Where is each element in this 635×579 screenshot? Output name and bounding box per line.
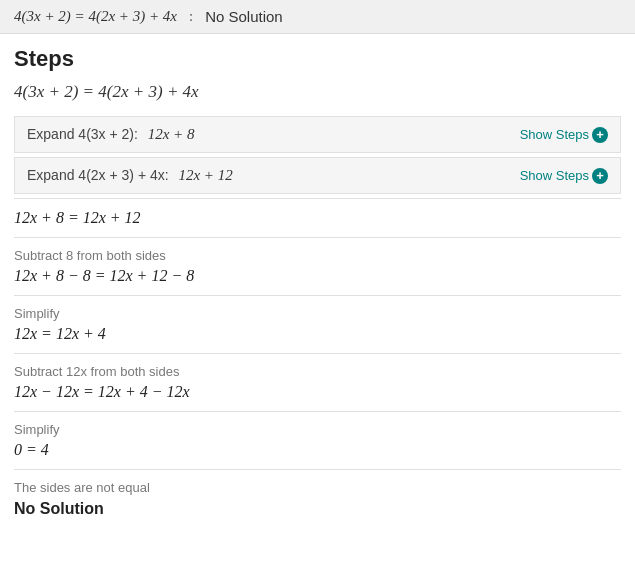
- step-label-3: Simplify: [14, 422, 621, 437]
- step-section-1: Simplify 12x = 12x + 4: [14, 295, 621, 353]
- show-steps-label-1: Show Steps: [520, 127, 589, 142]
- show-steps-plus-icon-2: +: [592, 168, 608, 184]
- step-equation-3: 0 = 4: [14, 441, 621, 459]
- main-equation: 4(3x + 2) = 4(2x + 3) + 4x: [14, 82, 621, 102]
- step-equation-2: 12x − 12x = 12x + 4 − 12x: [14, 383, 621, 401]
- step-label-1: Simplify: [14, 306, 621, 321]
- step-section-0: Subtract 8 from both sides 12x + 8 − 8 =…: [14, 237, 621, 295]
- header-equation: 4(3x + 2) = 4(2x + 3) + 4x: [14, 8, 177, 25]
- show-steps-button-1[interactable]: Show Steps +: [520, 127, 608, 143]
- expand-result-1: 12x + 8: [148, 126, 195, 142]
- no-solution-label: The sides are not equal: [14, 480, 621, 495]
- expand-label-2: Expand 4(2x + 3) + 4x:: [27, 167, 169, 183]
- step-section-3: Simplify 0 = 4: [14, 411, 621, 469]
- show-steps-label-2: Show Steps: [520, 168, 589, 183]
- combined-equation-section: 12x + 8 = 12x + 12: [14, 198, 621, 237]
- step-equation-0: 12x + 8 − 8 = 12x + 12 − 8: [14, 267, 621, 285]
- step-equation-1: 12x = 12x + 4: [14, 325, 621, 343]
- steps-heading: Steps: [14, 46, 621, 72]
- no-solution-text: No Solution: [14, 500, 621, 518]
- expand-label-1: Expand 4(3x + 2):: [27, 126, 138, 142]
- header-separator: :: [189, 8, 193, 25]
- expand-block-2: Expand 4(2x + 3) + 4x: 12x + 12 Show Ste…: [14, 157, 621, 194]
- expand-block-1: Expand 4(3x + 2): 12x + 8 Show Steps +: [14, 116, 621, 153]
- show-steps-button-2[interactable]: Show Steps +: [520, 168, 608, 184]
- show-steps-plus-icon-1: +: [592, 127, 608, 143]
- expand-result-2: 12x + 12: [178, 167, 232, 183]
- expand-text-2: Expand 4(2x + 3) + 4x: 12x + 12: [27, 167, 233, 184]
- combined-equation: 12x + 8 = 12x + 12: [14, 209, 621, 227]
- header-result: No Solution: [205, 8, 283, 25]
- no-solution-section: The sides are not equal No Solution: [14, 469, 621, 524]
- header-bar: 4(3x + 2) = 4(2x + 3) + 4x : No Solution: [0, 0, 635, 34]
- step-label-2: Subtract 12x from both sides: [14, 364, 621, 379]
- step-section-2: Subtract 12x from both sides 12x − 12x =…: [14, 353, 621, 411]
- step-label-0: Subtract 8 from both sides: [14, 248, 621, 263]
- main-content: Steps 4(3x + 2) = 4(2x + 3) + 4x Expand …: [0, 34, 635, 544]
- expand-text-1: Expand 4(3x + 2): 12x + 8: [27, 126, 194, 143]
